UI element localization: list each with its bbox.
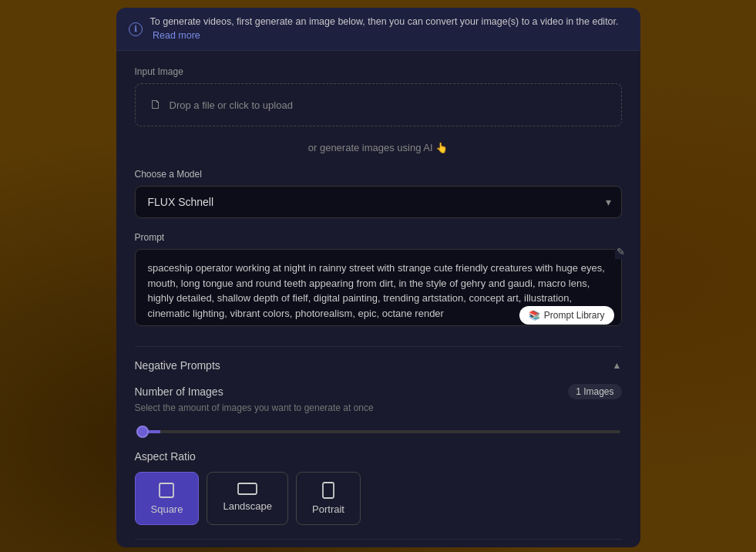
number-images-desc: Select the amount of images you want to … <box>135 402 622 413</box>
info-banner: ℹ To generate videos, first generate an … <box>116 8 640 51</box>
info-icon: ℹ <box>129 22 143 36</box>
negative-prompts-label: Negative Prompts <box>135 359 220 372</box>
model-select[interactable]: FLUX SchnellFLUX DevStable Diffusion XLD… <box>135 186 622 218</box>
prompt-section: Prompt ✎ 📚 Prompt Library <box>135 232 622 332</box>
svg-rect-2 <box>323 483 334 498</box>
aspect-ratio-title: Aspect Ratio <box>135 450 622 463</box>
landscape-aspect-icon <box>237 482 257 496</box>
edit-icon: ✎ <box>615 244 627 259</box>
portrait-aspect-icon <box>322 482 334 499</box>
aspect-ratio-options: Square Landscape Portrait <box>135 472 622 525</box>
file-icon: 🗋 <box>150 98 162 112</box>
input-image-section: Input Image 🗋 Drop a file or click to up… <box>135 66 622 126</box>
file-drop-zone[interactable]: 🗋 Drop a file or click to upload <box>135 83 622 126</box>
images-count-badge: 1 Images <box>568 384 621 399</box>
prompt-label: Prompt <box>135 232 622 243</box>
info-banner-text: To generate videos, first generate an im… <box>150 15 628 42</box>
main-modal: ℹ To generate videos, first generate an … <box>116 8 640 547</box>
or-divider: or generate images using AI 👆 <box>135 142 622 153</box>
model-select-wrapper: FLUX SchnellFLUX DevStable Diffusion XLD… <box>135 186 622 218</box>
aspect-square-button[interactable]: Square <box>135 472 200 525</box>
model-section: Choose a Model FLUX SchnellFLUX DevStabl… <box>135 169 622 218</box>
prompt-library-icon: 📚 <box>529 310 540 321</box>
negative-prompts-chevron-icon: ▲ <box>613 360 622 371</box>
input-image-label: Input Image <box>135 66 622 77</box>
images-slider[interactable] <box>136 430 620 433</box>
aspect-ratio-section: Aspect Ratio Square Landscape <box>135 450 622 525</box>
aspect-square-label: Square <box>151 503 183 515</box>
number-images-title: Number of Images <box>135 385 223 398</box>
prompt-library-button[interactable]: 📚 Prompt Library <box>519 306 614 325</box>
svg-rect-0 <box>160 483 173 497</box>
number-of-images-section: Number of Images 1 Images Select the amo… <box>135 384 622 436</box>
number-images-header: Number of Images 1 Images <box>135 384 622 399</box>
svg-rect-1 <box>238 483 257 494</box>
file-drop-placeholder: Drop a file or click to upload <box>170 99 293 111</box>
aspect-portrait-label: Portrait <box>312 503 344 515</box>
negative-prompts-header[interactable]: Negative Prompts ▲ <box>135 359 622 372</box>
read-more-link[interactable]: Read more <box>153 30 200 41</box>
aspect-portrait-button[interactable]: Portrait <box>296 472 361 525</box>
slider-container <box>135 422 622 436</box>
aspect-landscape-label: Landscape <box>223 500 272 512</box>
square-aspect-icon <box>158 482 175 499</box>
prompt-library-label: Prompt Library <box>544 310 605 321</box>
aspect-landscape-button[interactable]: Landscape <box>207 472 288 525</box>
model-label: Choose a Model <box>135 169 622 180</box>
